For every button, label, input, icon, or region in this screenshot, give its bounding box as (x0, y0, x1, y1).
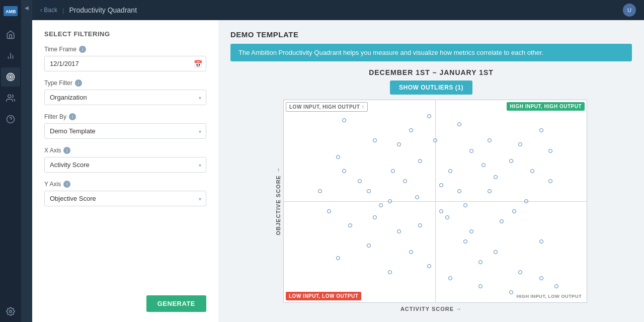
scatter-dot (518, 270, 522, 274)
page-title: Productivity Quadrant (69, 6, 137, 14)
nav-item-help[interactable] (1, 110, 20, 129)
x-axis-info-icon[interactable]: i (63, 147, 70, 154)
scatter-dot (457, 189, 461, 193)
x-axis-select[interactable]: Activity Score Objective Score Custom (44, 157, 206, 173)
scatter-dot (409, 128, 413, 132)
scatter-dot (478, 260, 482, 264)
nav-item-analytics[interactable] (1, 46, 20, 65)
nav-item-objectives[interactable] (1, 67, 20, 87)
chart-container: Objective Score → Low Input, High Output… (230, 100, 632, 312)
scatter-dot (481, 163, 486, 167)
x-axis-label: X Axis i (44, 147, 206, 154)
scatter-dot (427, 264, 431, 268)
scatter-dot (488, 189, 492, 193)
scatter-dot (539, 128, 543, 132)
top-bar: ‹ Back | Productivity Quadrant U (32, 0, 644, 20)
scatter-dot (518, 142, 522, 146)
scatter-dot (439, 183, 443, 187)
scatter-dot (367, 244, 371, 248)
scatter-dot (548, 179, 552, 183)
scatter-dot (342, 169, 346, 173)
main-area: ‹ Back | Productivity Quadrant U Select … (32, 0, 644, 322)
scatter-dot (554, 284, 558, 288)
secondary-sidebar: ◀ (21, 0, 32, 322)
svg-point-6 (9, 75, 13, 79)
collapse-button[interactable]: ◀ (22, 3, 31, 12)
scatter-dot (500, 219, 504, 223)
nav-item-people[interactable] (1, 89, 20, 108)
scatter-dot (318, 189, 322, 193)
chart-panel-title: Demo Template (230, 30, 632, 39)
svg-point-11 (10, 310, 12, 313)
y-axis-select[interactable]: Objective Score Activity Score Custom (44, 191, 206, 206)
generate-button[interactable]: GENERATE (146, 295, 206, 312)
scatter-dot (509, 290, 513, 294)
info-banner: The Ambition Productivity Quadrant helps… (230, 44, 632, 61)
y-axis-group: Y Axis i Objective Score Activity Score … (44, 181, 206, 206)
chart-date-range: December 1st – January 1st (230, 68, 632, 76)
type-filter-select-wrapper: Organization Team Individual ▾ (44, 90, 206, 105)
scatter-dot (379, 203, 383, 207)
y-axis-label: Y Axis i (44, 181, 206, 188)
scatter-plot: Low Input, High Output ↑ High Input, Hig… (283, 100, 587, 303)
user-avatar[interactable]: U (623, 4, 636, 17)
quadrant-label-high-input-high-output: High Input, High Output (507, 102, 585, 111)
scatter-dot (448, 169, 452, 173)
scatter-dot (524, 199, 528, 203)
time-frame-info-icon[interactable]: i (79, 46, 86, 53)
x-axis-select-wrapper: Activity Score Objective Score Custom ▾ (44, 157, 206, 173)
back-link[interactable]: ‹ Back (40, 7, 57, 14)
filter-panel-title: Select Filtering (44, 30, 206, 38)
svg-text:AMB: AMB (6, 9, 16, 14)
scatter-dot (391, 169, 395, 173)
quadrant-label-low-input-high-output: Low Input, High Output ↑ (286, 102, 368, 112)
scatter-dot (548, 149, 552, 153)
scatter-dot (539, 239, 543, 244)
scatter-dot (478, 284, 482, 288)
x-axis-chart-label: Activity Score → (400, 306, 462, 312)
y-axis-chart-label: Objective Score → (275, 167, 281, 235)
nav-item-settings[interactable] (1, 302, 20, 321)
y-axis-info-icon[interactable]: i (63, 181, 70, 188)
calendar-icon[interactable]: 📅 (194, 60, 202, 68)
svg-point-7 (10, 76, 12, 78)
type-filter-label: Type Filter i (44, 79, 206, 87)
time-frame-input[interactable] (44, 56, 206, 71)
generate-btn-row: GENERATE (44, 290, 206, 312)
scatter-dot (348, 223, 352, 227)
svg-point-8 (8, 95, 11, 98)
scatter-dot (409, 250, 413, 254)
type-filter-group: Type Filter i Organization Team Individu… (44, 79, 206, 105)
scatter-dot (469, 149, 473, 153)
filter-by-label: Filter By i (44, 113, 206, 120)
show-outliers-button[interactable]: SHOW OUTLIERS (1) (390, 80, 472, 95)
filter-by-info-icon[interactable]: i (69, 113, 76, 120)
scatter-dot (457, 122, 461, 126)
quadrant-v-line (435, 100, 436, 302)
scatter-dot (463, 203, 467, 207)
scatter-dot (512, 209, 516, 213)
scatter-dot (367, 189, 371, 193)
filter-by-select[interactable]: Demo Template (44, 123, 206, 139)
scatter-dot (427, 114, 431, 118)
scatter-dot (373, 138, 377, 142)
scatter-dot (469, 229, 473, 233)
scatter-dot (336, 256, 340, 260)
filter-panel: Select Filtering Time Frame i 📅 Type Fil… (32, 20, 218, 322)
nav-item-home[interactable] (1, 25, 20, 44)
scatter-dot (530, 169, 534, 173)
scatter-dot (327, 209, 331, 213)
filter-by-group: Filter By i Demo Template ▾ (44, 113, 206, 139)
top-bar-separator: | (62, 7, 64, 14)
scatter-dot (342, 118, 346, 122)
type-filter-info-icon[interactable]: i (75, 79, 82, 87)
scatter-dot (448, 276, 452, 280)
scatter-dot (439, 209, 443, 213)
scatter-dot (418, 223, 422, 227)
filter-by-select-wrapper: Demo Template ▾ (44, 123, 206, 139)
scatter-dot (403, 179, 407, 183)
scatter-dot (336, 155, 340, 159)
y-axis-select-wrapper: Objective Score Activity Score Custom ▾ (44, 191, 206, 206)
scatter-dot (463, 239, 467, 244)
type-filter-select[interactable]: Organization Team Individual (44, 90, 206, 105)
